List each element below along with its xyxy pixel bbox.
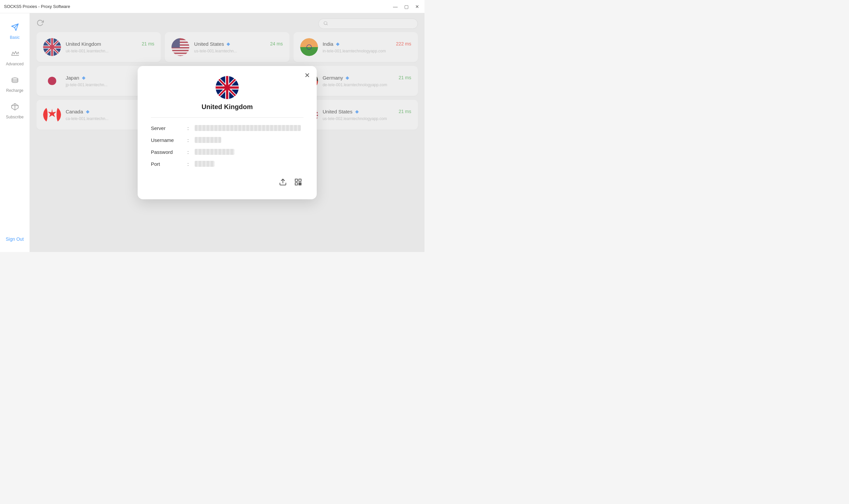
username-field-row: Username : [151,137,304,143]
window-title: SOCKS5 Proxies - Proxy Software [4,4,70,9]
password-value [195,149,234,155]
maximize-button[interactable]: ▢ [403,3,410,10]
modal-close-button[interactable]: ✕ [304,71,310,79]
password-label: Password [151,149,184,155]
modal-overlay: ✕ [30,13,424,252]
title-bar: SOCKS5 Proxies - Proxy Software — ▢ ✕ [0,0,424,13]
modal-country-name: United Kingdom [202,103,253,111]
username-value [195,137,221,143]
svg-rect-57 [300,183,301,184]
sidebar: Basic Advanced Recharge [0,13,30,252]
diamond-icon [11,103,19,113]
server-value [195,125,301,131]
svg-rect-55 [295,183,297,185]
server-label: Server [151,125,184,131]
sidebar-subscribe-label: Subscribe [6,115,23,119]
proxy-detail-modal: ✕ [138,66,317,199]
export-button[interactable] [277,177,288,189]
svg-rect-58 [299,184,300,185]
minimize-button[interactable]: — [392,3,399,10]
close-button[interactable]: ✕ [414,3,420,10]
app-container: Basic Advanced Recharge [0,13,424,252]
svg-rect-53 [295,179,297,181]
svg-point-2 [12,78,18,80]
sidebar-advanced-label: Advanced [6,62,23,66]
modal-fields: Server : Username : Password : [151,125,304,167]
password-field-row: Password : [151,149,304,155]
sidebar-item-basic[interactable]: Basic [2,20,28,43]
crown-icon [11,50,19,60]
main-content: United Kingdom 21 ms uk-tele-001.learnte… [30,13,424,252]
qr-button[interactable] [293,177,304,189]
svg-rect-59 [300,184,301,185]
svg-rect-54 [299,179,301,181]
server-field-row: Server : [151,125,304,131]
sidebar-recharge-label: Recharge [6,88,23,93]
username-label: Username [151,137,184,143]
sidebar-item-subscribe[interactable]: Subscribe [2,100,28,123]
svg-rect-56 [299,183,300,184]
signout-button[interactable]: Sign Out [2,233,27,245]
modal-flag [216,76,239,99]
port-field-row: Port : [151,161,304,167]
port-label: Port [151,161,184,167]
sidebar-item-advanced[interactable]: Advanced [2,47,28,70]
port-value [195,161,215,167]
sidebar-item-recharge[interactable]: Recharge [2,73,28,96]
recharge-icon [11,76,19,86]
password-colon: : [187,149,189,155]
server-colon: : [187,125,189,131]
port-colon: : [187,161,189,167]
modal-actions [151,177,304,189]
username-colon: : [187,137,189,143]
signout-label: Sign Out [6,236,23,242]
modal-divider [151,118,304,118]
send-icon [11,23,19,33]
sidebar-basic-label: Basic [10,35,20,40]
modal-header: United Kingdom [151,76,304,111]
window-controls: — ▢ ✕ [392,3,420,10]
